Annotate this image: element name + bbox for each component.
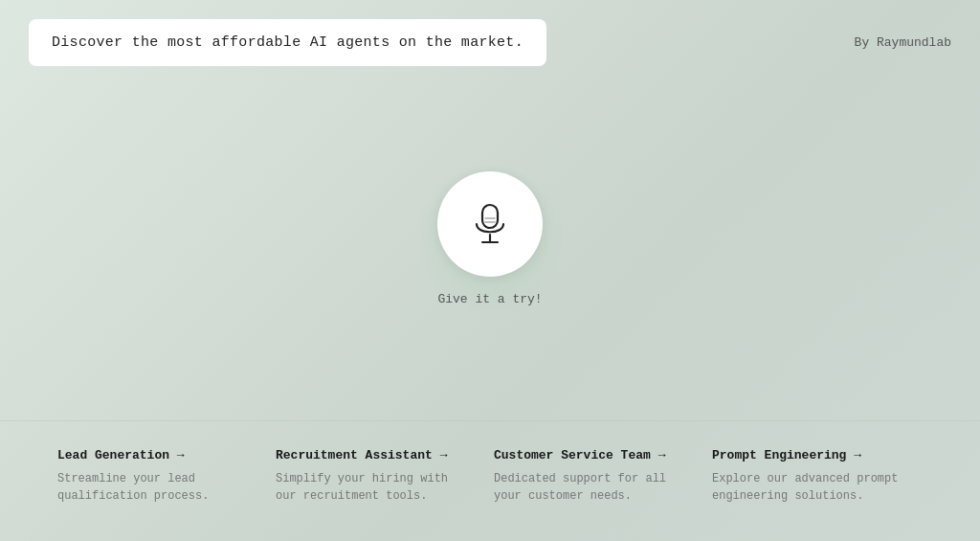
card-title-0[interactable]: Lead Generation →	[57, 448, 253, 462]
mic-label: Give it a try!	[437, 292, 542, 306]
mic-container[interactable]: Give it a try!	[437, 171, 543, 306]
header: Discover the most affordable AI agents o…	[0, 0, 980, 76]
card-desc-3: Explore our advanced prompt engineering …	[712, 470, 907, 505]
card-desc-2: Dedicated support for all your customer …	[494, 470, 689, 505]
main-content: Give it a try!	[0, 76, 980, 420]
tagline-box: Discover the most affordable AI agents o…	[29, 19, 546, 66]
card-title-3[interactable]: Prompt Engineering →	[712, 448, 907, 462]
brand-label: By Raymundlab	[855, 35, 951, 50]
tagline-text: Discover the most affordable AI agents o…	[52, 34, 523, 51]
card-title-2[interactable]: Customer Service Team →	[494, 448, 689, 462]
bottom-cards: Lead Generation →Streamline your lead qu…	[0, 420, 980, 541]
card-item-3: Prompt Engineering →Explore our advanced…	[712, 440, 923, 512]
mic-circle[interactable]	[437, 171, 543, 277]
card-item-2: Customer Service Team →Dedicated support…	[494, 440, 704, 512]
card-item-1: Recruitment Assistant →Simplify your hir…	[276, 440, 486, 512]
card-desc-0: Streamline your lead qualification proce…	[57, 470, 253, 505]
card-desc-1: Simplify your hiring with our recruitmen…	[276, 470, 471, 505]
microphone-icon	[473, 203, 507, 245]
card-item-0: Lead Generation →Streamline your lead qu…	[57, 440, 268, 512]
svg-rect-0	[482, 205, 498, 228]
card-title-1[interactable]: Recruitment Assistant →	[276, 448, 471, 462]
